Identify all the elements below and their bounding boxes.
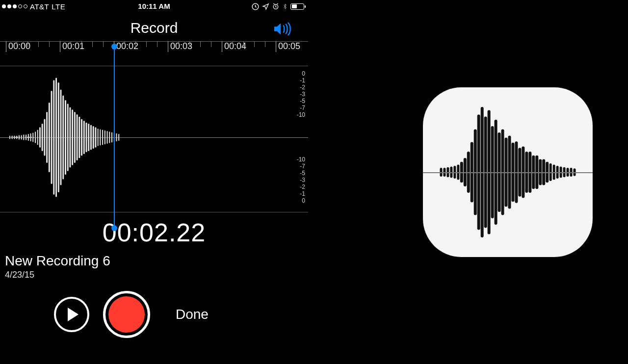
svg-point-57	[23, 137, 24, 138]
play-button[interactable]	[54, 297, 89, 332]
db-label: 0	[286, 197, 305, 204]
svg-point-59	[27, 137, 28, 138]
controls-row: Done	[0, 291, 308, 338]
alarm-icon	[272, 2, 280, 10]
svg-point-55	[19, 137, 20, 138]
bluetooth-icon	[282, 2, 288, 10]
svg-point-52	[13, 137, 14, 138]
network-label: LTE	[52, 2, 65, 11]
elapsed-time: 00:02.22	[0, 218, 308, 247]
svg-point-61	[31, 137, 32, 138]
svg-point-53	[15, 137, 16, 138]
ruler-tick-label: 00:02	[114, 41, 138, 52]
speaker-button[interactable]	[273, 22, 291, 38]
db-label: -7	[286, 104, 305, 111]
ruler-tick-label: 00:01	[60, 41, 84, 52]
status-bar: AT&T LTE 10:11 AM	[0, 0, 308, 13]
ruler-tick-label: 00:05	[276, 41, 300, 52]
waveform-area[interactable]: 0-1-2-3-5-7-10 -10-7-5-3-2-10	[0, 66, 308, 208]
page-title: Record	[131, 20, 178, 36]
ruler-tick-label: 00:04	[222, 41, 246, 52]
db-label: -10	[286, 111, 305, 118]
svg-point-56	[21, 137, 22, 138]
speaker-icon	[273, 22, 291, 36]
db-label: -3	[286, 177, 305, 183]
svg-point-50	[9, 137, 10, 138]
location-icon	[262, 3, 269, 10]
svg-point-60	[29, 137, 30, 138]
play-icon	[68, 308, 78, 321]
svg-point-63	[35, 137, 36, 138]
recording-date: 4/23/15	[5, 270, 308, 280]
db-scale: 0-1-2-3-5-7-10 -10-7-5-3-2-10	[286, 70, 305, 204]
carrier-label: AT&T	[30, 2, 49, 11]
status-clock: 10:11 AM	[138, 2, 170, 10]
db-label: 0	[286, 70, 305, 77]
signal-strength-icon	[2, 4, 27, 8]
db-label: -5	[286, 170, 305, 177]
voice-memos-app-icon	[423, 87, 593, 257]
timeline-ruler[interactable]: 00:0000:0100:0200:0300:0400:05	[0, 41, 308, 66]
db-label: -1	[286, 77, 305, 84]
ruler-tick-label: 00:03	[168, 41, 192, 52]
battery-icon	[290, 3, 304, 10]
db-label: -3	[286, 91, 305, 98]
db-label: -2	[286, 183, 305, 190]
db-label: -10	[286, 156, 305, 163]
db-label: -5	[286, 98, 305, 104]
playhead[interactable]	[114, 47, 115, 228]
record-button[interactable]	[103, 291, 150, 338]
done-button[interactable]: Done	[176, 307, 209, 322]
db-label: -2	[286, 84, 305, 91]
svg-point-54	[17, 137, 18, 138]
recording-name[interactable]: New Recording 6	[5, 253, 308, 269]
db-label: -7	[286, 163, 305, 170]
ruler-tick-label: 00:00	[6, 41, 30, 52]
db-label: -1	[286, 190, 305, 197]
waveform-icon	[0, 66, 280, 208]
svg-point-62	[33, 137, 34, 138]
voice-memos-screen: AT&T LTE 10:11 AM	[0, 0, 308, 364]
svg-point-51	[11, 137, 12, 138]
svg-point-58	[25, 137, 26, 138]
sync-icon	[251, 2, 260, 11]
record-icon	[108, 296, 145, 333]
